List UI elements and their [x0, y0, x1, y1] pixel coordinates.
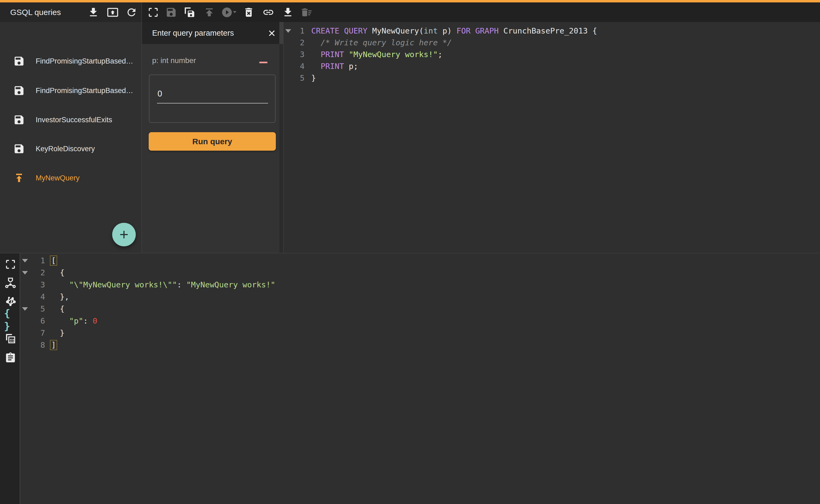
sidebar-item-query-4[interactable]: KeyRoleDiscovery — [0, 139, 141, 158]
add-query-from-file-button[interactable] — [106, 6, 119, 19]
link-icon — [263, 6, 274, 18]
sidebar-item-query-1[interactable]: FindPromisingStartupBased… — [0, 52, 141, 71]
code-line: 3 PRINT "MyNewQuery works!"; — [284, 49, 820, 60]
close-params-button[interactable] — [268, 29, 276, 38]
saved-query-icon — [13, 55, 25, 67]
run-query-button[interactable]: Run query — [149, 132, 276, 151]
line-number: 3 — [284, 49, 311, 60]
panel-title: GSQL queries — [10, 2, 61, 22]
code-line: 2 { — [20, 267, 820, 279]
run-icon — [221, 6, 237, 18]
fold-arrow-icon[interactable] — [22, 271, 28, 275]
plus-icon — [117, 228, 130, 241]
code-line: 5} — [284, 72, 820, 84]
top-accent-bar — [0, 0, 820, 2]
line-number: 5 — [284, 72, 311, 84]
line-content: { — [50, 267, 64, 279]
query-parameters-panel: Enter query parameters p: int number Run… — [142, 22, 284, 253]
code-line: 4 }, — [20, 291, 820, 303]
line-number: 6 — [20, 315, 50, 327]
saved-query-icon — [13, 143, 25, 155]
line-content: "p": 0 — [50, 315, 97, 327]
left-nav-strip: { } — [0, 253, 20, 504]
fullscreen-icon — [5, 258, 16, 270]
save-button[interactable] — [165, 6, 177, 19]
query-name: InvestorSuccessfulExits — [36, 116, 112, 124]
param-p-input[interactable] — [157, 89, 268, 103]
fold-arrow-icon[interactable] — [22, 259, 28, 262]
design-schema-icon — [5, 277, 16, 288]
line-content: PRINT p; — [311, 60, 358, 72]
save-icon — [165, 6, 177, 18]
sidebar-item-query-2[interactable]: FindPromisingStartupBased… — [0, 81, 141, 100]
line-number: 4 — [20, 291, 50, 303]
save-copy-icon — [183, 6, 195, 18]
nav-design-schema-button[interactable] — [4, 276, 17, 289]
param-input-group — [149, 75, 276, 123]
download-icon — [282, 6, 294, 18]
code-line: 6 "p": 0 — [20, 315, 820, 327]
line-number: 7 — [20, 327, 50, 339]
param-p-label: p: int number — [152, 56, 196, 65]
download-result-button[interactable] — [282, 6, 294, 19]
line-number: 2 — [284, 37, 311, 49]
line-number: 4 — [284, 60, 311, 72]
gsql-code-editor[interactable]: 1CREATE QUERY MyNewQuery(int p) FOR GRAP… — [284, 22, 820, 253]
nav-view-table-button[interactable] — [4, 332, 17, 345]
delete-sweep-icon — [301, 6, 313, 18]
fold-arrow-icon[interactable] — [22, 307, 28, 311]
toolbar: GSQL queries — [0, 2, 820, 22]
query-output-editor[interactable]: 1[2 {3 "\"MyNewQuery works!\"": "MyNewQu… — [20, 253, 820, 504]
nav-show-logs-button[interactable] — [4, 351, 17, 364]
json-braces-icon: { } — [4, 307, 17, 332]
query-name: FindPromisingStartupBased… — [36, 87, 133, 95]
delete-query-button[interactable] — [242, 6, 255, 19]
refresh-icon — [125, 6, 137, 18]
params-scrollbar-track — [279, 22, 283, 253]
line-content: PRINT "MyNewQuery works!"; — [311, 49, 442, 60]
nav-fullscreen-button[interactable] — [4, 258, 17, 271]
refresh-button[interactable] — [125, 6, 138, 19]
remove-param-minus-icon[interactable] — [259, 62, 268, 63]
line-number: 3 — [20, 279, 50, 291]
trash-x-icon — [243, 6, 255, 18]
line-content: /* Write query logic here */ — [311, 37, 452, 49]
line-content: } — [311, 72, 316, 84]
graphstudio-app: GSQL queries — [0, 0, 820, 504]
download-queries-button[interactable] — [87, 6, 100, 19]
params-scrollbar-thumb[interactable] — [279, 22, 283, 44]
line-content: [ — [50, 255, 57, 267]
code-line: 1[ — [20, 255, 820, 267]
run-query-dropdown-button[interactable] — [221, 6, 237, 19]
code-line: 1CREATE QUERY MyNewQuery(int p) FOR GRAP… — [284, 25, 820, 37]
code-line: 2 /* Write query logic here */ — [284, 37, 820, 49]
clear-results-button[interactable] — [300, 6, 313, 19]
nav-write-queries-button[interactable]: { } — [4, 313, 17, 326]
line-number: 8 — [20, 339, 50, 351]
params-title: Enter query parameters — [152, 22, 234, 44]
copy-link-button[interactable] — [262, 6, 275, 19]
sidebar-item-query-5-active[interactable]: MyNewQuery — [0, 169, 141, 187]
save-as-button[interactable] — [183, 6, 195, 19]
sidebar-item-query-3[interactable]: InvestorSuccessfulExits — [0, 110, 141, 129]
query-name: KeyRoleDiscovery — [36, 145, 95, 153]
fold-arrow-icon[interactable] — [285, 29, 291, 33]
line-content: CREATE QUERY MyNewQuery(int p) FOR GRAPH… — [311, 25, 597, 37]
fullscreen-button[interactable] — [147, 6, 160, 19]
toolbar-divider — [141, 2, 142, 22]
add-query-button[interactable] — [112, 223, 136, 246]
install-query-button[interactable] — [203, 6, 216, 19]
query-list-sidebar: FindPromisingStartupBased… FindPromising… — [0, 22, 142, 253]
upload-box-icon — [107, 6, 119, 18]
code-line: 3 "\"MyNewQuery works!\"": "MyNewQuery w… — [20, 279, 820, 291]
query-name: MyNewQuery — [36, 174, 80, 182]
nav-explore-graph-button[interactable] — [4, 295, 17, 308]
close-icon — [268, 29, 276, 38]
line-content: } — [50, 327, 64, 339]
download-icon — [87, 6, 99, 18]
code-line: 7 } — [20, 327, 820, 339]
output-lines: 1[2 {3 "\"MyNewQuery works!\"": "MyNewQu… — [20, 255, 820, 351]
clipboard-log-icon — [5, 352, 16, 364]
params-header: Enter query parameters — [142, 22, 283, 44]
table-results-icon — [5, 333, 16, 345]
